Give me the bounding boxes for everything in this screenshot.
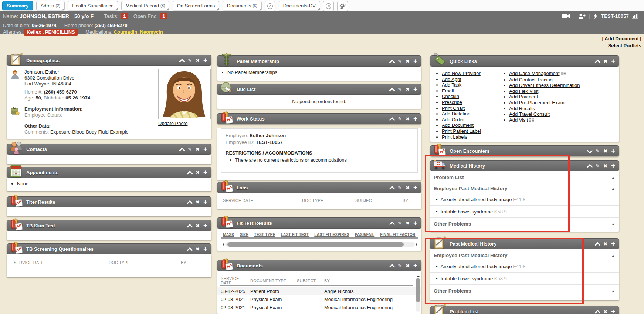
collapse-icon[interactable] bbox=[595, 59, 601, 65]
link-add-travel-consult[interactable]: Add Travel Consult bbox=[509, 111, 550, 117]
section-employee-past-medical-history[interactable]: Employee Past Medical History▲ bbox=[430, 182, 619, 193]
move-icon[interactable]: ✚ bbox=[611, 241, 615, 247]
move-icon[interactable]: ✚ bbox=[611, 58, 615, 65]
list-grid-icon[interactable] bbox=[529, 118, 534, 124]
link-add-order[interactable]: Add Order bbox=[442, 117, 464, 122]
edit-icon[interactable]: ✎ bbox=[188, 146, 192, 153]
section-other-problems[interactable]: Other Problems▲ bbox=[430, 285, 619, 296]
lightning-bolt-icon[interactable] bbox=[593, 13, 598, 19]
collapse-triangle-icon[interactable]: ▲ bbox=[611, 254, 615, 257]
collapse-triangle-icon[interactable]: ▲ bbox=[611, 187, 615, 190]
link-add-driver-fitness-determination[interactable]: Add Driver Fitness Determination bbox=[509, 82, 580, 88]
link-add-payment[interactable]: Add Payment bbox=[509, 94, 538, 99]
collapse-icon[interactable] bbox=[389, 186, 395, 192]
move-icon[interactable]: ✚ bbox=[413, 263, 417, 269]
table-row[interactable]: 03-12-2025 Patient Photo Angie Nichols bbox=[217, 287, 421, 295]
col-mask[interactable]: MASK bbox=[223, 232, 234, 237]
scrollbar-thumb[interactable] bbox=[416, 278, 420, 302]
tab-documents[interactable]: Documents(6) bbox=[223, 1, 262, 10]
scroll-up-arrow-icon[interactable] bbox=[416, 273, 420, 277]
link-email[interactable]: Email bbox=[442, 88, 454, 94]
link-prescribe[interactable]: Prescribe bbox=[442, 99, 462, 105]
edit-icon[interactable]: ✎ bbox=[398, 220, 402, 227]
link-print-chart[interactable]: Print Chart bbox=[442, 105, 465, 111]
col-pass-fail[interactable]: PASS/FAIL bbox=[355, 232, 374, 237]
close-icon[interactable]: ✖ bbox=[196, 169, 200, 176]
col-last-fit-expires[interactable]: LAST FIT EXPIRES bbox=[314, 232, 349, 237]
collapse-icon[interactable] bbox=[179, 147, 185, 153]
video-camera-icon[interactable] bbox=[562, 13, 570, 19]
edit-icon[interactable]: ✎ bbox=[398, 58, 402, 65]
edit-icon[interactable]: ✎ bbox=[596, 148, 600, 155]
move-icon[interactable]: ✚ bbox=[611, 148, 615, 155]
collapse-icon[interactable] bbox=[389, 117, 395, 123]
col-final-fit-factor[interactable]: FINAL FIT FACTOR bbox=[380, 232, 415, 237]
section-employee-past-medical-history[interactable]: Employee Past Medical History▲ bbox=[430, 249, 619, 260]
edit-icon[interactable]: ✎ bbox=[188, 57, 192, 64]
close-icon[interactable]: ✖ bbox=[406, 86, 410, 93]
edit-icon[interactable]: ✎ bbox=[596, 163, 600, 169]
close-icon[interactable]: ✖ bbox=[603, 241, 607, 247]
link-add-task[interactable]: Add Task bbox=[442, 82, 461, 88]
close-icon[interactable]: ✖ bbox=[406, 116, 410, 122]
link-add-flex-visit[interactable]: Add Flex Visit bbox=[509, 88, 538, 94]
person-add-icon[interactable] bbox=[578, 13, 586, 19]
move-icon[interactable]: ✚ bbox=[203, 146, 207, 153]
link-add-appt[interactable]: Add Appt bbox=[442, 77, 461, 82]
col-c-truncated[interactable]: C bbox=[421, 232, 421, 237]
link-add-contact-tracing[interactable]: Add Contact Tracing bbox=[509, 77, 553, 82]
collapse-icon[interactable] bbox=[187, 224, 193, 230]
col-test-type[interactable]: TEST TYPE bbox=[254, 232, 275, 237]
link-add-new-provider[interactable]: Add New Provider bbox=[442, 71, 481, 76]
table-row[interactable]: 02-08-2021 Physical Exam Medical Informa… bbox=[217, 295, 421, 303]
tab-summary[interactable]: Summary bbox=[2, 1, 33, 10]
expand-icon[interactable] bbox=[587, 148, 593, 153]
collapse-icon[interactable] bbox=[187, 170, 193, 176]
list-grid-icon[interactable] bbox=[561, 71, 566, 77]
close-icon[interactable]: ✖ bbox=[196, 57, 200, 64]
add-document-link[interactable]: | Add Document | bbox=[602, 36, 641, 41]
move-icon[interactable]: ✚ bbox=[203, 169, 207, 176]
col-last-fit-test[interactable]: LAST FIT TEST bbox=[281, 232, 309, 237]
close-icon[interactable]: ✖ bbox=[406, 220, 410, 227]
tab-admin[interactable]: Admin(2) bbox=[36, 1, 65, 10]
close-icon[interactable]: ✖ bbox=[196, 223, 200, 229]
tab-medical-record[interactable]: Medical Record(8) bbox=[121, 1, 170, 10]
medications-label[interactable]: Medications: bbox=[85, 29, 112, 35]
collapse-triangle-icon[interactable]: ▲ bbox=[611, 222, 615, 226]
move-icon[interactable]: ✚ bbox=[611, 308, 615, 314]
scroll-right-arrow-icon[interactable] bbox=[416, 243, 419, 246]
open-encounters-count-badge[interactable]: 1 bbox=[160, 13, 167, 19]
close-icon[interactable]: ✖ bbox=[196, 146, 200, 153]
move-icon[interactable]: ✚ bbox=[203, 57, 207, 64]
close-icon[interactable]: ✖ bbox=[603, 58, 607, 65]
collapse-icon[interactable] bbox=[179, 58, 185, 64]
tab-documents-dv[interactable]: Documents-DV bbox=[279, 1, 320, 10]
collapse-triangle-icon[interactable]: ▲ bbox=[611, 289, 615, 293]
horizontal-scrollbar[interactable] bbox=[221, 242, 419, 247]
edit-icon[interactable]: ✎ bbox=[398, 185, 402, 191]
collapse-icon[interactable] bbox=[595, 242, 601, 248]
close-icon[interactable]: ✖ bbox=[406, 263, 410, 269]
link-checkin[interactable]: Checkin bbox=[442, 94, 459, 99]
close-icon[interactable]: ✖ bbox=[406, 58, 410, 65]
link-add-pre-placement-exam[interactable]: Add Pre-Placement Exam bbox=[509, 100, 565, 105]
move-icon[interactable]: ✚ bbox=[413, 220, 417, 227]
move-icon[interactable]: ✚ bbox=[413, 86, 417, 93]
edit-icon[interactable]: ✎ bbox=[398, 116, 402, 122]
tab-health-surveillance[interactable]: Health Surveillance bbox=[68, 1, 118, 10]
collapse-icon[interactable] bbox=[389, 221, 395, 227]
collapse-icon[interactable] bbox=[187, 247, 193, 253]
collapse-icon[interactable] bbox=[595, 310, 601, 314]
close-icon[interactable]: ✖ bbox=[603, 148, 607, 155]
tasks-count-badge[interactable]: 1 bbox=[121, 13, 128, 19]
collapse-icon[interactable] bbox=[389, 87, 395, 93]
move-icon[interactable]: ✚ bbox=[413, 116, 417, 122]
section-other-problems[interactable]: Other Problems▲ bbox=[430, 218, 619, 229]
scroll-left-arrow-icon[interactable] bbox=[221, 243, 224, 246]
col-size[interactable]: SIZE bbox=[240, 232, 248, 237]
move-icon[interactable]: ✚ bbox=[203, 246, 207, 253]
collapse-icon[interactable] bbox=[587, 164, 593, 170]
table-row[interactable]: 02-08-2021 Physical Exam Medical Informa… bbox=[217, 303, 421, 311]
close-icon[interactable]: ✖ bbox=[603, 308, 607, 314]
